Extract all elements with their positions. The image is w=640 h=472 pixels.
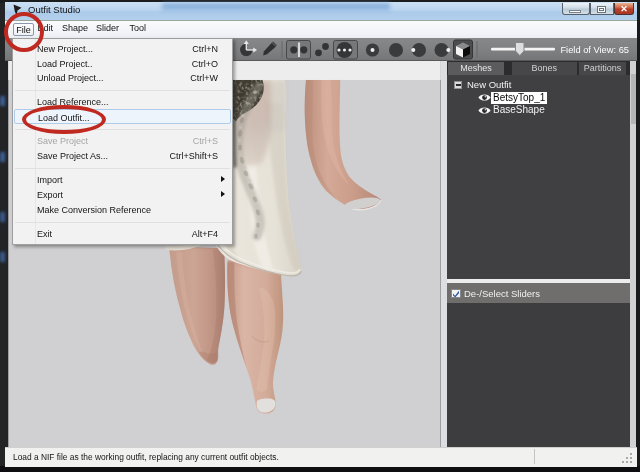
svg-text:Field of View: 65: Field of View: 65 [560, 45, 629, 55]
